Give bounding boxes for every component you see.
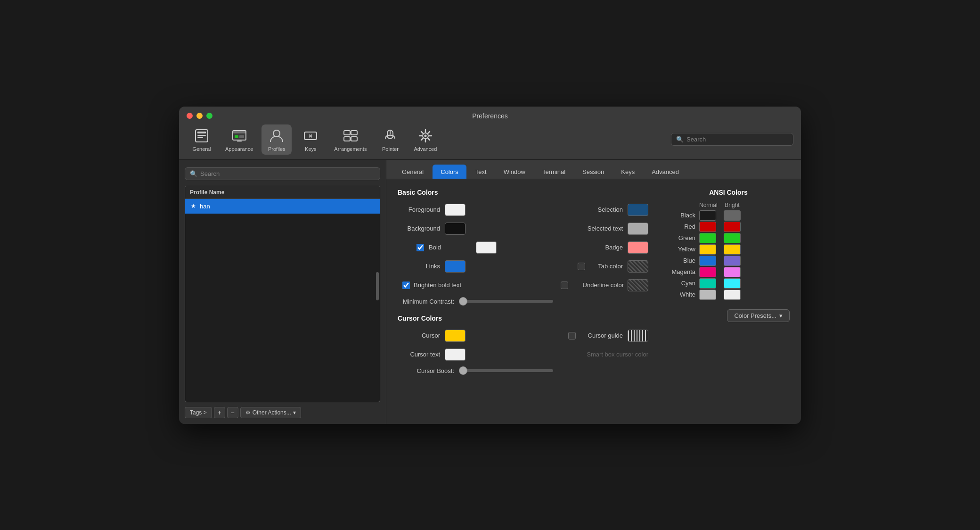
svg-rect-7 — [239, 135, 244, 138]
ansi-blue-label: Blue — [667, 257, 695, 264]
svg-rect-12 — [344, 131, 350, 135]
tab-general[interactable]: General — [394, 165, 432, 179]
general-label: General — [192, 146, 211, 152]
ansi-black-label: Black — [667, 212, 695, 219]
selected-text-swatch[interactable] — [628, 223, 648, 235]
add-profile-button[interactable]: + — [214, 407, 225, 418]
cursor-boost-track — [459, 369, 553, 372]
ansi-magenta-bright[interactable] — [724, 267, 741, 277]
background-swatch[interactable] — [445, 223, 466, 235]
arrangements-icon — [342, 127, 359, 144]
toolbar-search[interactable]: 🔍 — [671, 133, 793, 146]
toolbar-item-arrangements[interactable]: Arrangements — [329, 124, 371, 155]
cursor-guide-checkbox[interactable] — [568, 332, 576, 340]
underline-color-swatch[interactable] — [628, 279, 648, 291]
tab-colors[interactable]: Colors — [433, 165, 466, 179]
ansi-red-normal[interactable] — [699, 222, 716, 232]
ansi-white-bright[interactable] — [724, 290, 741, 300]
cursor-text-swatch[interactable] — [445, 348, 466, 361]
brighten-bold-checkbox[interactable] — [402, 282, 410, 289]
main-content: 🔍 Profile Name ★ han Tags > + − ⚙ Other … — [179, 160, 801, 424]
bold-checkbox[interactable] — [416, 244, 424, 251]
min-contrast-label: Minimum Contrast: — [398, 298, 454, 305]
general-icon — [193, 127, 210, 144]
svg-line-26 — [428, 138, 430, 140]
toolbar-item-keys[interactable]: ⌘ Keys — [295, 124, 326, 155]
ansi-green-bright[interactable] — [724, 233, 741, 243]
profiles-icon — [268, 127, 285, 144]
bold-swatch[interactable] — [476, 241, 497, 254]
tab-keys[interactable]: Keys — [613, 165, 643, 179]
appearance-label: Appearance — [225, 146, 253, 152]
ansi-white-label: White — [667, 291, 695, 298]
tab-window[interactable]: Window — [496, 165, 533, 179]
toolbar-item-appearance[interactable]: Appearance — [220, 124, 258, 155]
cursor-boost-label: Cursor Boost: — [398, 367, 454, 374]
links-swatch[interactable] — [445, 260, 466, 273]
badge-swatch[interactable] — [628, 241, 648, 254]
toolbar-item-general[interactable]: General — [187, 124, 217, 155]
ansi-row-blue: Blue — [667, 256, 790, 266]
ansi-white-normal[interactable] — [699, 290, 716, 300]
selection-swatch[interactable] — [628, 204, 648, 216]
sidebar-search-input[interactable] — [200, 170, 375, 177]
tab-terminal[interactable]: Terminal — [534, 165, 573, 179]
ansi-red-label: Red — [667, 223, 695, 230]
scrollbar-thumb[interactable] — [376, 272, 379, 300]
tags-button[interactable]: Tags > — [185, 407, 212, 418]
ansi-cyan-bright[interactable] — [724, 278, 741, 289]
tab-color-swatch[interactable] — [628, 260, 648, 273]
profile-item-han[interactable]: ★ han — [185, 199, 380, 214]
chevron-down-icon: ▾ — [293, 409, 296, 416]
tab-color-checkbox[interactable] — [578, 263, 585, 270]
toolbar-item-pointer[interactable]: Pointer — [375, 124, 405, 155]
other-actions-button[interactable]: ⚙ Other Actions... ▾ — [240, 407, 301, 418]
tab-advanced[interactable]: Advanced — [644, 165, 687, 179]
ansi-blue-bright[interactable] — [724, 256, 741, 266]
profiles-label: Profiles — [268, 146, 286, 152]
main-panel: General Colors Text Window Terminal Sess… — [386, 160, 801, 424]
tab-session[interactable]: Session — [574, 165, 612, 179]
ansi-red-bright[interactable] — [724, 222, 741, 232]
toolbar-item-advanced[interactable]: Advanced — [409, 124, 441, 155]
foreground-label: Foreground — [398, 206, 440, 213]
remove-profile-button[interactable]: − — [227, 407, 238, 418]
toolbar-search-input[interactable] — [686, 136, 788, 143]
close-button[interactable] — [187, 113, 193, 119]
cursor-boost-thumb[interactable] — [459, 366, 467, 375]
ansi-row-white: White — [667, 290, 790, 300]
zoom-button[interactable] — [206, 113, 212, 119]
foreground-swatch[interactable] — [445, 204, 466, 216]
tab-text[interactable]: Text — [467, 165, 495, 179]
cursor-text-label: Cursor text — [398, 351, 440, 358]
ansi-blue-normal[interactable] — [699, 256, 716, 266]
links-row: Links Tab color — [398, 260, 648, 273]
ansi-black-bright[interactable] — [724, 210, 741, 221]
cursor-swatch[interactable] — [445, 330, 466, 342]
ansi-cyan-normal[interactable] — [699, 278, 716, 289]
ansi-yellow-bright[interactable] — [724, 244, 741, 255]
toolbar-item-profiles[interactable]: Profiles — [261, 124, 292, 155]
min-contrast-thumb[interactable] — [459, 297, 467, 306]
ansi-row-magenta: Magenta — [667, 267, 790, 277]
ansi-green-normal[interactable] — [699, 233, 716, 243]
selection-label: Selection — [585, 206, 623, 213]
underline-color-checkbox[interactable] — [561, 282, 568, 289]
ansi-black-normal[interactable] — [699, 210, 716, 221]
selected-text-label: Selected text — [576, 225, 623, 232]
tab-color-label: Tab color — [590, 263, 623, 270]
ansi-magenta-normal[interactable] — [699, 267, 716, 277]
sidebar-search-box[interactable]: 🔍 — [185, 167, 380, 180]
colors-right: ANSI Colors Normal Bright Black Red — [667, 189, 790, 414]
presets-chevron-icon: ▾ — [779, 312, 783, 319]
ansi-yellow-normal[interactable] — [699, 244, 716, 255]
bold-label: Bold — [429, 244, 471, 251]
pointer-label: Pointer — [382, 146, 399, 152]
underline-color-label: Underline color — [572, 282, 624, 289]
minimize-button[interactable] — [196, 113, 203, 119]
bold-row: Bold Badge — [398, 241, 648, 254]
profile-name: han — [200, 203, 210, 210]
color-presets-button[interactable]: Color Presets... ▾ — [727, 309, 790, 322]
svg-line-28 — [421, 138, 423, 140]
cursor-guide-swatch[interactable] — [628, 330, 648, 342]
